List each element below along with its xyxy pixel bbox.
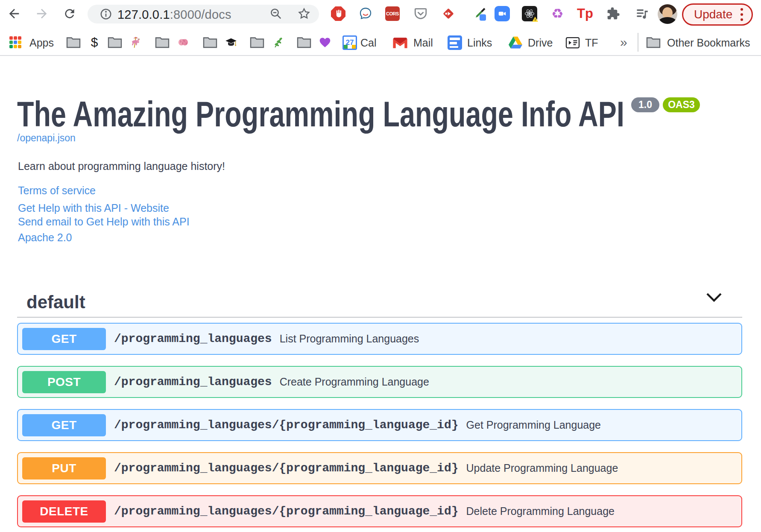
puzzle-icon[interactable] xyxy=(606,6,621,21)
oas3-badge: OAS3 xyxy=(663,97,700,112)
zoom-app-icon[interactable] xyxy=(495,6,510,21)
apps-label[interactable]: Apps xyxy=(29,37,54,49)
profile-avatar[interactable] xyxy=(658,4,677,24)
section-default-header[interactable]: default xyxy=(17,282,742,318)
method-badge: GET xyxy=(22,414,106,436)
bookmark-folder[interactable] xyxy=(66,36,81,49)
api-description: Learn about programming language history… xyxy=(18,160,225,172)
music-queue-icon[interactable] xyxy=(635,6,650,21)
endpoint-path: /programming_languages/{programming_lang… xyxy=(114,462,459,475)
brain-icon xyxy=(177,36,190,49)
apps-grid-icon[interactable] xyxy=(9,36,21,48)
pocket-icon[interactable] xyxy=(413,6,428,21)
cors-icon[interactable]: CORS xyxy=(385,6,400,21)
bookmark-star-icon[interactable] xyxy=(297,7,311,20)
react-devtools-icon[interactable]: ! xyxy=(522,6,537,21)
collapse-chevron-icon[interactable] xyxy=(706,292,722,303)
endpoint-summary: Get Programming Language xyxy=(466,419,601,431)
purple-heart-icon xyxy=(319,36,331,49)
dollar-sign-icon: $ xyxy=(88,36,101,49)
svg-text:!: ! xyxy=(535,18,536,22)
endpoint-row[interactable]: GET /programming_languages List Programm… xyxy=(17,323,742,355)
method-badge: PUT xyxy=(22,457,106,479)
reload-button[interactable] xyxy=(62,6,77,21)
bookmark-label[interactable]: Links xyxy=(467,37,492,49)
license-link[interactable]: Apache 2.0 xyxy=(18,231,72,244)
gmail-icon[interactable] xyxy=(392,35,408,50)
endpoint-row[interactable]: DELETE /programming_languages/{programmi… xyxy=(17,495,742,527)
api-title: The Amazing Programming Language Info AP… xyxy=(17,96,624,132)
bookmarks-divider xyxy=(638,33,638,52)
send-email-link[interactable]: Send email to Get Help with this API xyxy=(18,216,190,228)
carousel-horse-icon xyxy=(129,36,142,49)
color-picker-icon[interactable] xyxy=(472,6,487,21)
endpoint-path: /programming_languages xyxy=(114,332,272,345)
endpoint-summary: Update Programming Language xyxy=(466,462,618,474)
back-button[interactable] xyxy=(7,6,21,21)
endpoint-row[interactable]: PUT /programming_languages/{programming_… xyxy=(17,452,742,484)
zoom-out-icon[interactable] xyxy=(269,7,282,20)
other-bookmarks[interactable] xyxy=(646,36,661,50)
bookmark-label[interactable]: TF xyxy=(585,37,598,49)
bookmark-folder[interactable] xyxy=(202,36,218,49)
endpoint-path: /programming_languages/{programming_lang… xyxy=(114,418,459,432)
chat-bubble-icon[interactable] xyxy=(358,6,373,21)
endpoint-path: /programming_languages xyxy=(114,375,272,389)
toolbar-divider xyxy=(0,55,761,56)
version-badge: 1.0 xyxy=(631,97,659,112)
endpoint-list: GET /programming_languages List Programm… xyxy=(17,323,742,532)
url-text[interactable]: 127.0.0.1:8000/docs xyxy=(117,8,231,22)
method-badge: DELETE xyxy=(22,500,106,523)
browser-chrome: 127.0.0.1:8000/docs CORS ! ♻ Tp xyxy=(0,0,761,56)
herb-icon xyxy=(272,36,284,49)
adblock-icon[interactable] xyxy=(331,6,346,21)
terms-of-service-link[interactable]: Terms of service xyxy=(18,184,96,197)
endpoint-summary: Create Programming Language xyxy=(280,376,429,388)
recycle-icon[interactable]: ♻ xyxy=(550,6,565,21)
method-badge: POST xyxy=(22,371,106,393)
bookmark-label[interactable]: Mail xyxy=(413,37,433,49)
update-button[interactable]: Update xyxy=(682,3,753,26)
diamond-arrow-icon[interactable] xyxy=(441,6,456,21)
links-list-icon[interactable] xyxy=(447,35,463,50)
tf-doc-icon[interactable] xyxy=(565,35,581,50)
forward-button[interactable] xyxy=(35,6,49,21)
endpoint-path: /programming_languages/{programming_lang… xyxy=(114,505,459,518)
bookmark-folder[interactable] xyxy=(107,36,123,49)
get-help-website-link[interactable]: Get Help with this API - Website xyxy=(18,202,169,214)
bookmark-label[interactable]: Drive xyxy=(528,37,553,49)
google-calendar-icon[interactable]: 27 xyxy=(342,35,358,50)
tampermonkey-icon[interactable]: Tp xyxy=(577,6,593,21)
endpoint-row[interactable]: POST /programming_languages Create Progr… xyxy=(17,366,742,398)
update-label: Update xyxy=(694,8,732,21)
bookmarks-overflow-icon[interactable]: » xyxy=(620,35,627,50)
endpoint-summary: Delete Programming Language xyxy=(466,505,615,517)
page-info-icon[interactable] xyxy=(100,8,112,20)
bookmark-label[interactable]: Cal xyxy=(360,37,377,49)
browser-menu-icon[interactable] xyxy=(741,8,743,21)
endpoint-summary: List Programming Languages xyxy=(280,333,419,345)
openapi-json-link[interactable]: /openapi.json xyxy=(17,132,76,144)
section-title: default xyxy=(26,292,85,313)
endpoint-row[interactable]: GET /programming_languages/{programming_… xyxy=(17,409,742,441)
bookmark-folder[interactable] xyxy=(249,36,265,49)
bookmark-folder[interactable] xyxy=(155,36,170,49)
graduation-cap-icon xyxy=(225,36,237,49)
bookmark-folder[interactable] xyxy=(296,36,312,49)
other-bookmarks-label[interactable]: Other Bookmarks xyxy=(667,37,750,49)
method-badge: GET xyxy=(22,328,106,350)
google-drive-icon[interactable] xyxy=(507,35,524,50)
